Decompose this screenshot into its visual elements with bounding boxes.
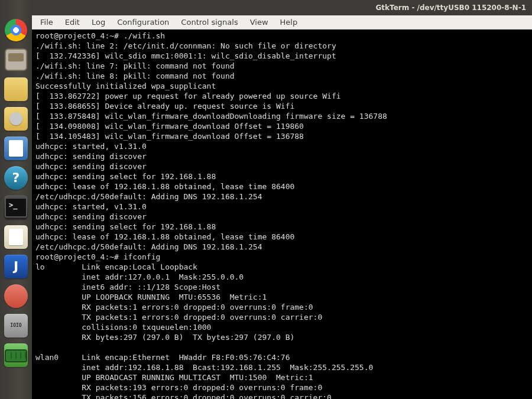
- menu-control[interactable]: Control signals: [176, 17, 242, 28]
- terminal-line: root@project0_4:~# ./wifi.sh: [35, 31, 528, 41]
- terminal-line: TX packets:156 errors:0 dropped:0 overru…: [35, 392, 528, 399]
- document-app-icon[interactable]: [2, 135, 30, 162]
- terminal-line: udhcpc: lease of 192.168.1.88 obtained, …: [35, 232, 528, 242]
- terminal-line: [ 134.105483] wilc_wlan_firmware_downloa…: [35, 131, 528, 141]
- terminal-line: [ 132.742336] wilc_sdio mmc1:0001:1: wil…: [35, 51, 528, 61]
- terminal-line: udhcpc: lease of 192.168.1.88 obtained, …: [35, 181, 528, 192]
- menu-edit[interactable]: Edit: [60, 17, 85, 28]
- terminal-line: ./wifi.sh: line 8: pkill: command not fo…: [35, 71, 528, 81]
- terminal-line: lo Link encap:Local Loopback: [35, 262, 528, 272]
- terminal-line: UP BROADCAST RUNNING MULTICAST MTU:1500 …: [35, 372, 528, 382]
- terminal-line: [ 133.862722] power up request for alrea…: [35, 91, 528, 101]
- terminal-line: /etc/udhcpc.d/50default: Adding DNS 192.…: [35, 192, 528, 202]
- ioio-app-icon[interactable]: IOIO: [2, 312, 30, 339]
- terminal-line: TX packets:1 errors:0 dropped:0 overruns…: [35, 312, 528, 322]
- menu-view[interactable]: View: [245, 17, 273, 28]
- gtkterm-window: GtkTerm - /dev/ttyUSB0 115200-8-N-1 File…: [32, 0, 532, 399]
- unity-launcher: ? J IOIO: [0, 0, 32, 399]
- red-swirl-icon[interactable]: [2, 283, 30, 310]
- chrome-icon[interactable]: [2, 17, 30, 44]
- terminal-line: inet addr:192.168.1.88 Bcast:192.168.1.2…: [35, 362, 528, 372]
- text-editor-icon[interactable]: [2, 223, 30, 251]
- terminal-line: udhcpc: started, v1.31.0: [35, 202, 528, 212]
- serial-port-icon[interactable]: [2, 342, 30, 369]
- terminal-line: inet addr:127.0.0.1 Mask:255.0.0.0: [35, 272, 528, 282]
- terminal-line: RX bytes:297 (297.0 B) TX bytes:297 (297…: [35, 332, 528, 342]
- terminal-line: udhcpc: sending select for 192.168.1.88: [35, 222, 528, 232]
- terminal-line: [ 133.875848] wilc_wlan_firmware_downloa…: [35, 111, 528, 121]
- menu-log[interactable]: Log: [87, 17, 110, 28]
- terminal-output[interactable]: root@project0_4:~# ./wifi.sh./wifi.sh: l…: [32, 30, 532, 399]
- menu-file[interactable]: File: [35, 17, 58, 28]
- terminal-line: RX packets:1 errors:0 dropped:0 overruns…: [35, 302, 528, 312]
- terminal-line: udhcpc: started, v1.31.0: [35, 141, 528, 151]
- terminal-line: [ 134.098008] wilc_wlan_firmware_downloa…: [35, 121, 528, 131]
- terminal-line: [35, 342, 528, 352]
- terminal-line: udhcpc: sending select for 192.168.1.88: [35, 171, 528, 181]
- terminal-line: root@project0_4:~# ifconfig: [35, 252, 528, 262]
- terminal-line: udhcpc: sending discover: [35, 161, 528, 171]
- disk-utility-icon[interactable]: [2, 105, 30, 132]
- terminal-line: Successfully initialized wpa_supplicant: [35, 81, 528, 91]
- terminal-line: [ 133.868655] Device already up. request…: [35, 101, 528, 111]
- j-app-icon[interactable]: J: [2, 253, 30, 280]
- files-icon[interactable]: [2, 46, 30, 73]
- terminal-line: udhcpc: sending discover: [35, 151, 528, 161]
- terminal-line: udhcpc: sending discover: [35, 212, 528, 222]
- menubar: File Edit Log Configuration Control sign…: [32, 15, 532, 30]
- terminal-line: inet6 addr: ::1/128 Scope:Host: [35, 282, 528, 292]
- menu-help[interactable]: Help: [275, 17, 303, 28]
- terminal-line: RX packets:193 errors:0 dropped:0 overru…: [35, 382, 528, 392]
- terminal-line: ./wifi.sh: line 2: /etc/init.d/connman: …: [35, 41, 528, 51]
- terminal-line: ./wifi.sh: line 7: pkill: command not fo…: [35, 61, 528, 71]
- help-icon[interactable]: ?: [2, 164, 30, 192]
- terminal-line: collisions:0 txqueuelen:1000: [35, 322, 528, 332]
- terminal-icon[interactable]: [2, 194, 30, 221]
- app-tile-1-icon[interactable]: [2, 76, 30, 103]
- terminal-line: UP LOOPBACK RUNNING MTU:65536 Metric:1: [35, 292, 528, 302]
- terminal-line: /etc/udhcpc.d/50default: Adding DNS 192.…: [35, 242, 528, 252]
- window-title: GtkTerm - /dev/ttyUSB0 115200-8-N-1: [375, 4, 526, 12]
- window-titlebar[interactable]: GtkTerm - /dev/ttyUSB0 115200-8-N-1: [32, 0, 532, 15]
- terminal-line: wlan0 Link encap:Ethernet HWaddr F8:F0:0…: [35, 352, 528, 362]
- menu-config[interactable]: Configuration: [112, 17, 174, 28]
